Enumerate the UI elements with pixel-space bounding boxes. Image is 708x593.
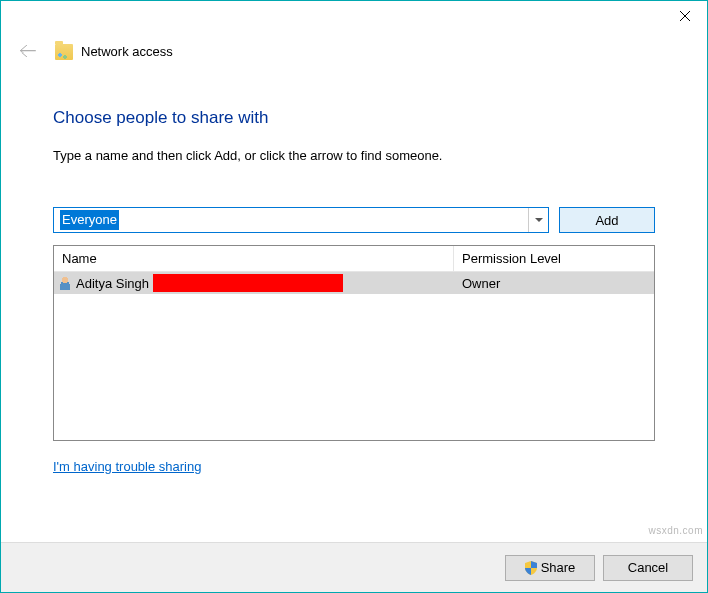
table-body: Aditya Singh Owner	[54, 272, 654, 440]
cancel-button[interactable]: Cancel	[603, 555, 693, 581]
share-button-label: Share	[541, 560, 576, 575]
back-arrow-icon: 🡠	[19, 41, 37, 62]
column-header-permission[interactable]: Permission Level	[454, 246, 654, 271]
share-button[interactable]: Share	[505, 555, 595, 581]
column-header-name[interactable]: Name	[54, 246, 454, 271]
instruction-text: Type a name and then click Add, or click…	[53, 148, 655, 163]
close-icon	[680, 11, 690, 21]
redacted-block	[153, 274, 343, 292]
window-title: Network access	[81, 44, 173, 59]
page-heading: Choose people to share with	[53, 108, 655, 128]
user-name: Aditya Singh	[76, 276, 149, 291]
trouble-sharing-link[interactable]: I'm having trouble sharing	[53, 459, 201, 474]
watermark: wsxdn.com	[648, 525, 703, 536]
cell-name: Aditya Singh	[54, 272, 454, 294]
permissions-table: Name Permission Level Aditya Singh Owner	[53, 245, 655, 441]
footer-bar: Share Cancel	[1, 542, 707, 592]
shield-icon	[525, 561, 537, 575]
network-folder-icon	[55, 44, 73, 60]
cell-permission: Owner	[454, 272, 654, 294]
close-button[interactable]	[662, 1, 707, 31]
titlebar	[1, 1, 707, 31]
add-user-row: Everyone Add	[53, 207, 655, 233]
user-icon	[58, 276, 72, 290]
header-row: 🡠 Network access	[1, 31, 707, 62]
user-input-value: Everyone	[60, 210, 119, 230]
user-combobox[interactable]: Everyone	[53, 207, 549, 233]
table-header: Name Permission Level	[54, 246, 654, 272]
table-row[interactable]: Aditya Singh Owner	[54, 272, 654, 294]
user-input[interactable]: Everyone	[54, 208, 528, 232]
chevron-down-icon	[535, 218, 543, 222]
content-area: Choose people to share with Type a name …	[1, 62, 707, 475]
user-dropdown-button[interactable]	[528, 208, 548, 232]
add-button[interactable]: Add	[559, 207, 655, 233]
